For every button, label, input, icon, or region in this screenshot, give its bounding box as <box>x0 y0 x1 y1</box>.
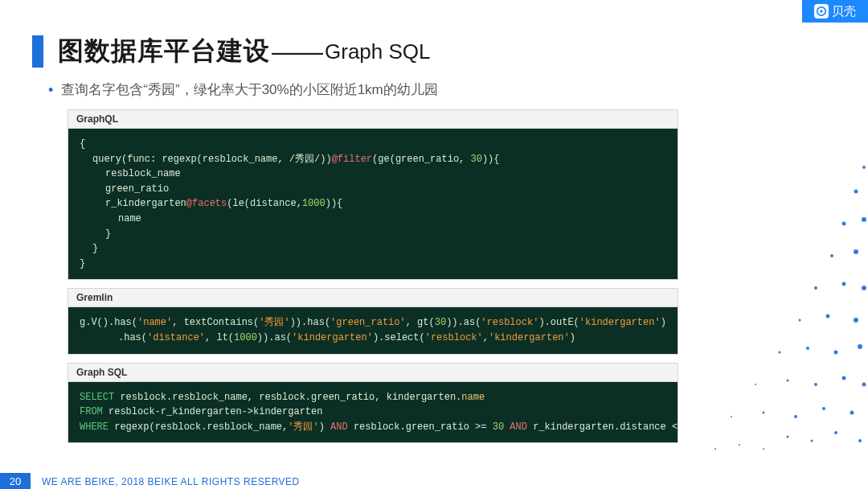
svg-point-11 <box>794 415 797 418</box>
brand-text: 贝壳 <box>832 4 856 19</box>
svg-point-29 <box>830 254 833 257</box>
code-header-gremlin: Gremlin <box>68 289 678 307</box>
svg-point-13 <box>850 411 854 415</box>
svg-point-2 <box>714 448 716 450</box>
svg-point-20 <box>806 347 809 350</box>
svg-point-27 <box>842 282 846 286</box>
svg-point-4 <box>763 448 764 450</box>
page-number: 20 <box>0 473 31 489</box>
code-body-gremlin: g.V().has('name', textContains('秀园')).ha… <box>68 307 678 353</box>
svg-point-8 <box>858 439 862 442</box>
svg-point-32 <box>862 217 866 222</box>
bullet-row: • 查询名字包含“秀园”，绿化率大于30%的小区附近1km的幼儿园 <box>48 80 438 99</box>
brand-icon <box>814 4 829 18</box>
svg-point-18 <box>862 383 866 387</box>
dots-decoration <box>691 159 868 465</box>
svg-point-15 <box>787 380 789 382</box>
bullet-dot-icon: • <box>48 83 53 97</box>
brand-logo: 贝壳 <box>802 0 868 23</box>
code-body-graphsql: SELECT resblock.resblock_name, resblock.… <box>68 382 678 443</box>
svg-point-14 <box>755 384 756 385</box>
svg-point-23 <box>799 319 801 322</box>
title-accent-bar <box>32 35 43 68</box>
bullet-text: 查询名字包含“秀园”，绿化率大于30%的小区附近1km的幼儿园 <box>61 80 437 99</box>
svg-point-34 <box>862 166 866 169</box>
code-header-graphsql: Graph SQL <box>68 364 678 382</box>
svg-point-25 <box>854 318 858 323</box>
svg-point-21 <box>834 351 838 355</box>
svg-point-10 <box>763 412 765 414</box>
svg-point-26 <box>814 286 817 290</box>
code-card-graphql: GraphQL { query(func: regexp(resblock_na… <box>68 109 678 280</box>
title-separator: —— <box>272 37 323 67</box>
svg-point-16 <box>814 383 817 386</box>
code-body-graphql: { query(func: regexp(resblock_name, /秀园/… <box>68 129 678 279</box>
code-header-graphql: GraphQL <box>68 110 678 129</box>
svg-point-30 <box>854 249 858 254</box>
page-title: 图数据库平台建设 —— Graph SQL <box>32 34 431 69</box>
code-card-gremlin: Gremlin g.V().has('name', textContains('… <box>68 288 678 354</box>
svg-point-28 <box>862 286 866 290</box>
svg-point-22 <box>858 344 862 349</box>
code-column: GraphQL { query(func: regexp(resblock_na… <box>68 109 678 451</box>
svg-point-17 <box>842 376 846 380</box>
title-main: 图数据库平台建设 <box>58 34 270 69</box>
svg-point-12 <box>822 407 825 410</box>
svg-point-33 <box>854 190 858 194</box>
svg-point-3 <box>739 444 740 446</box>
svg-point-31 <box>842 222 846 226</box>
svg-point-1 <box>820 10 823 13</box>
svg-point-9 <box>731 416 732 417</box>
title-sub: Graph SQL <box>325 39 431 64</box>
footer-text: WE ARE BEIKE, 2018 BEIKE ALL RIGHTS RESE… <box>42 476 300 487</box>
svg-point-6 <box>811 440 813 442</box>
code-card-graphsql: Graph SQL SELECT resblock.resblock_name,… <box>68 363 678 444</box>
svg-point-5 <box>787 436 789 438</box>
svg-point-7 <box>834 431 837 434</box>
svg-point-19 <box>779 351 781 354</box>
svg-point-24 <box>826 314 830 318</box>
